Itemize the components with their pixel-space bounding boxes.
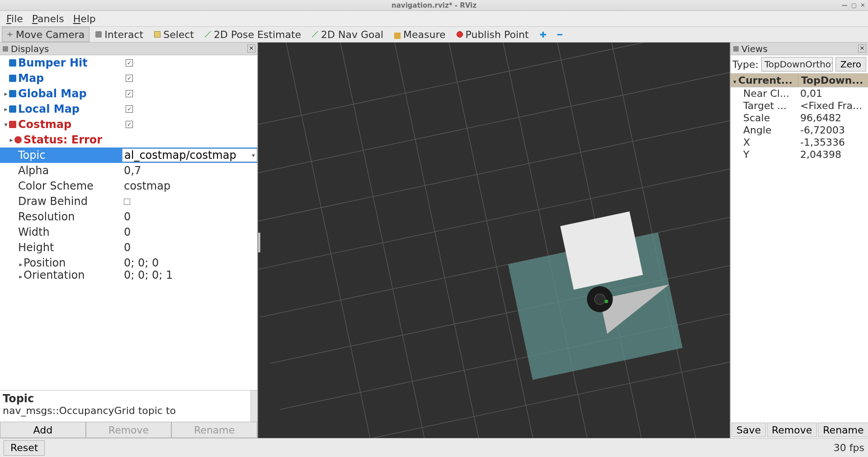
view-prop-x[interactable]: X-1,35336 <box>731 136 868 148</box>
remove-button[interactable]: Remove <box>767 423 817 437</box>
reset-button[interactable]: Reset <box>4 440 45 456</box>
select-icon <box>154 31 160 38</box>
view-prop-y[interactable]: Y2,04398 <box>731 148 868 161</box>
property-description: Topic nav_msgs::OccupancyGrid topic to <box>0 390 257 422</box>
remove-tool-button[interactable]: ━ <box>552 27 567 42</box>
fps-label: 30 fps <box>834 442 864 453</box>
svg-line-9 <box>334 43 444 438</box>
expand-icon[interactable]: ▸ <box>8 136 14 143</box>
panel-close-icon[interactable]: ✕ <box>858 44 866 52</box>
costmap-properties: Topic al_costmap/costmap▾ Alpha0,7 Color… <box>0 148 257 280</box>
rename-button[interactable]: Rename <box>818 423 868 437</box>
views-panel-header[interactable]: Views ✕ <box>731 43 868 55</box>
checkbox[interactable] <box>124 199 130 205</box>
collapse-icon[interactable]: ▾ <box>3 121 9 128</box>
prop-width[interactable]: Width0 <box>0 224 257 240</box>
menu-help[interactable]: Help <box>73 13 96 24</box>
menu-panels[interactable]: Panels <box>32 13 64 24</box>
view-type-row: Type: TopDownOrtho⇅ Zero <box>731 55 868 73</box>
splitter-handle[interactable] <box>258 233 260 252</box>
prop-position[interactable]: ▸Position0; 0; 0 <box>0 255 257 271</box>
minus-icon: ━ <box>557 30 562 39</box>
toolbar: Move Camera Interact Select 2D Pose Esti… <box>0 26 868 43</box>
status-bar: Reset 30 fps <box>0 438 868 457</box>
tree-item-costmap[interactable]: ▾Costmap <box>0 117 257 132</box>
window-title: navigation.rviz* - RViz <box>392 1 476 10</box>
menubar: File Panels Help <box>0 11 868 26</box>
minimize-icon[interactable]: — <box>842 2 848 9</box>
view-prop-near-clip[interactable]: Near Cl...0,01 <box>731 87 868 100</box>
expand-icon[interactable]: ▸ <box>3 105 9 113</box>
prop-height[interactable]: Height0 <box>0 240 257 255</box>
prop-alpha[interactable]: Alpha0,7 <box>0 163 257 178</box>
tree-item-status-error[interactable]: ▸Status: Error <box>0 132 257 148</box>
view-prop-scale[interactable]: Scale96,6482 <box>731 112 868 124</box>
nav-goal-button[interactable]: 2D Nav Goal <box>307 27 388 42</box>
svg-line-1 <box>258 68 730 179</box>
views-tree-header[interactable]: ▾ Current... TopDown... <box>731 73 868 87</box>
add-button[interactable]: Add <box>0 422 86 438</box>
chevron-down-icon[interactable]: ▾ <box>252 152 255 159</box>
panel-close-icon[interactable]: ✕ <box>247 44 255 52</box>
display-icon <box>9 59 16 67</box>
view-type-combo[interactable]: TopDownOrtho⇅ <box>761 57 833 71</box>
checkbox[interactable] <box>126 90 133 97</box>
hand-icon <box>95 31 102 38</box>
remove-button[interactable]: Remove <box>86 422 172 438</box>
close-icon[interactable]: ✕ <box>860 2 865 9</box>
arrow-icon <box>205 31 211 38</box>
measure-icon <box>394 33 401 39</box>
displays-tree[interactable]: Bumper Hit Map ▸Global Map ▸Local Map ▾C… <box>0 55 257 390</box>
select-button[interactable]: Select <box>149 27 199 42</box>
menu-file[interactable]: File <box>6 13 23 24</box>
checkbox[interactable] <box>126 121 133 128</box>
pose-estimate-button[interactable]: 2D Pose Estimate <box>200 27 306 42</box>
topic-combo[interactable]: al_costmap/costmap▾ <box>122 148 257 162</box>
costmap-region <box>503 206 683 380</box>
prop-topic[interactable]: Topic al_costmap/costmap▾ <box>0 148 257 163</box>
3d-viewport[interactable] <box>258 43 730 438</box>
prop-resolution[interactable]: Resolution0 <box>0 209 257 224</box>
measure-button[interactable]: Measure <box>389 27 451 42</box>
svg-line-10 <box>386 43 496 438</box>
window-titlebar: navigation.rviz* - RViz — ▢ ✕ <box>0 0 868 11</box>
svg-line-7 <box>289 345 730 438</box>
chevron-down-icon[interactable]: ⇅ <box>831 61 833 68</box>
publish-point-button[interactable]: Publish Point <box>452 27 534 42</box>
error-icon <box>14 136 22 143</box>
view-prop-angle[interactable]: Angle-6,72003 <box>731 124 868 136</box>
display-icon <box>9 121 16 128</box>
checkbox[interactable] <box>126 105 133 113</box>
zero-button[interactable]: Zero <box>835 57 866 71</box>
prop-orientation[interactable]: ▸Orientation0; 0; 0; 1 <box>0 271 257 280</box>
prop-draw-behind[interactable]: Draw Behind <box>0 194 257 209</box>
displays-panel-header[interactable]: Displays ✕ <box>0 43 257 55</box>
checkbox[interactable] <box>126 59 133 67</box>
tree-item-local-map[interactable]: ▸Local Map <box>0 101 257 117</box>
display-icon <box>9 105 16 113</box>
view-prop-target[interactable]: Target ...<Fixed Fra... <box>731 100 868 112</box>
checkbox[interactable] <box>126 75 133 82</box>
expand-icon[interactable]: ▸ <box>18 261 24 268</box>
prop-color-scheme[interactable]: Color Schemecostmap <box>0 178 257 194</box>
displays-panel-buttons: Add Remove Rename <box>0 422 257 438</box>
display-icon <box>9 75 16 82</box>
tree-item-bumper-hit[interactable]: Bumper Hit <box>0 55 257 71</box>
rename-button[interactable]: Rename <box>171 422 257 438</box>
svg-line-8 <box>282 43 392 438</box>
arrow-icon <box>312 31 318 38</box>
add-tool-button[interactable]: ✚ <box>535 27 552 42</box>
tree-item-global-map[interactable]: ▸Global Map <box>0 86 257 101</box>
maximize-icon[interactable]: ▢ <box>851 2 857 9</box>
pin-icon <box>457 31 463 38</box>
type-label: Type: <box>732 59 759 70</box>
display-icon <box>9 90 16 97</box>
expand-icon[interactable]: ▸ <box>3 90 9 97</box>
panel-icon <box>733 46 739 52</box>
save-button[interactable]: Save <box>731 423 766 437</box>
interact-button[interactable]: Interact <box>90 27 148 42</box>
expand-icon[interactable]: ▸ <box>18 273 24 280</box>
tree-item-map[interactable]: Map <box>0 71 257 86</box>
move-camera-button[interactable]: Move Camera <box>2 27 90 42</box>
views-panel: Views ✕ Type: TopDownOrtho⇅ Zero ▾ Curre… <box>730 43 868 438</box>
